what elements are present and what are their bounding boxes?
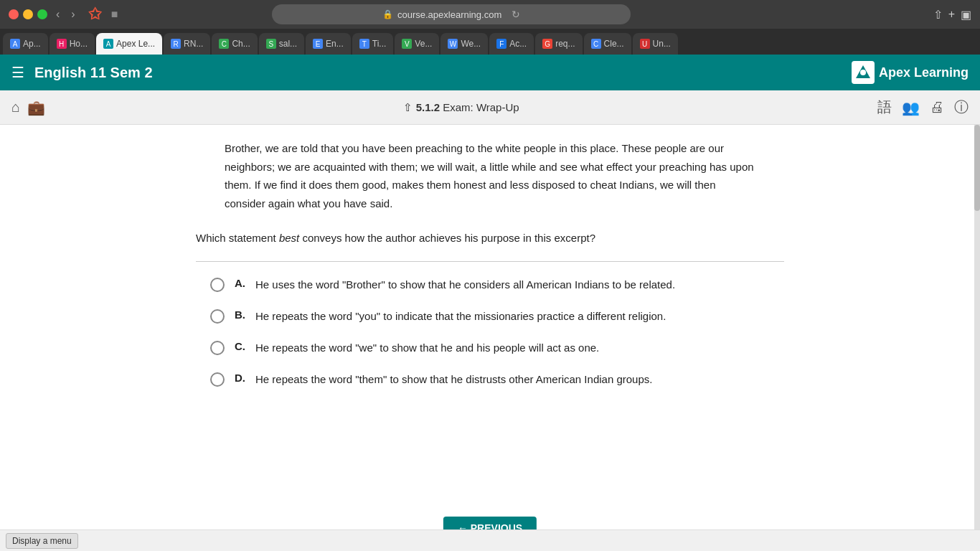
- option-text-b: He repeats the word "you" to indicate th…: [255, 308, 666, 325]
- browser-titlebar: ‹ › ✩ ■ 🔒 course.apexlearning.com ↻ ⇧ + …: [0, 0, 980, 29]
- tab-en[interactable]: E En...: [306, 33, 351, 55]
- tab-icon-un: U: [640, 39, 650, 49]
- option-letter-b: B.: [235, 309, 245, 321]
- app-header: ☰ English 11 Sem 2 Apex Learning: [0, 55, 980, 90]
- maximize-button[interactable]: [37, 9, 47, 19]
- tab-ap[interactable]: A Ap...: [3, 33, 48, 55]
- tab-label-we: We...: [461, 39, 481, 49]
- briefcase-icon[interactable]: 💼: [27, 99, 45, 116]
- minimize-button[interactable]: [23, 9, 33, 19]
- reload-icon[interactable]: ↻: [512, 9, 520, 20]
- help-icon[interactable]: ⓘ: [954, 98, 969, 117]
- option-letter-d: D.: [235, 372, 245, 384]
- radio-c[interactable]: [210, 341, 225, 355]
- menu-icon[interactable]: ☰: [11, 64, 24, 81]
- new-tab-button[interactable]: +: [948, 8, 955, 21]
- tab-icon-ac: F: [496, 39, 507, 49]
- content-area: Brother, we are told that you have been …: [167, 125, 813, 460]
- question-suffix: conveys how the author achieves his purp…: [302, 232, 595, 244]
- sub-header: ⌂ 💼 ⇧ 5.1.2 Exam: Wrap-Up 語 👥 🖨 ⓘ: [0, 90, 980, 125]
- question-prefix: Which statement: [196, 232, 279, 244]
- tab-we[interactable]: W We...: [440, 33, 488, 55]
- answer-option-a[interactable]: A. He uses the word "Brother" to show th…: [210, 276, 784, 293]
- close-button[interactable]: [9, 9, 19, 19]
- tab-ho[interactable]: H Ho...: [50, 33, 95, 55]
- sidebar-button[interactable]: ▣: [961, 8, 971, 22]
- home-icon[interactable]: ⌂: [11, 99, 20, 116]
- tab-label-cle: Cle...: [604, 39, 624, 49]
- scrollbar-track[interactable]: [974, 125, 980, 551]
- svg-point-1: [860, 70, 866, 75]
- lock-icon: 🔒: [382, 9, 393, 19]
- app-title: English 11 Sem 2: [34, 65, 852, 81]
- window-controls: [9, 9, 47, 19]
- url-text: course.apexlearning.com: [397, 9, 501, 20]
- option-text-a: He uses the word "Brother" to show that …: [255, 276, 675, 293]
- tab-label-apex: Apex Le...: [116, 39, 155, 49]
- tab-icon-sal: S: [266, 39, 276, 49]
- scrollbar-thumb[interactable]: [974, 125, 980, 211]
- tab-ve[interactable]: V Ve...: [395, 33, 439, 55]
- tab-icon-ch: C: [219, 39, 229, 49]
- tab-sal[interactable]: S sal...: [259, 33, 304, 55]
- breadcrumb-number: 5.1.2: [416, 101, 440, 113]
- display-menu-button[interactable]: Display a menu: [6, 533, 78, 549]
- back-button[interactable]: ‹: [53, 5, 62, 24]
- tab-icon-apex: A: [103, 39, 113, 49]
- tab-label-un: Un...: [653, 39, 671, 49]
- browser-actions: ⇧ + ▣: [933, 8, 971, 22]
- translate-icon[interactable]: 語: [877, 98, 892, 117]
- tab-ch[interactable]: C Ch...: [212, 33, 257, 55]
- tab-icon-rn: R: [171, 39, 181, 49]
- brave-logo: ✩: [88, 5, 101, 24]
- forward-button[interactable]: ›: [68, 5, 77, 24]
- answer-option-c[interactable]: C. He repeats the word "we" to show that…: [210, 339, 784, 357]
- apex-logo-text: Apex Learning: [879, 65, 969, 80]
- tab-label-ho: Ho...: [70, 39, 88, 49]
- breadcrumb: ⇧ 5.1.2 Exam: Wrap-Up: [45, 101, 877, 114]
- answer-options: A. He uses the word "Brother" to show th…: [196, 276, 784, 388]
- tab-label-ap: Ap...: [23, 39, 41, 49]
- radio-b[interactable]: [210, 309, 225, 324]
- tab-ti[interactable]: T Ti...: [352, 33, 394, 55]
- answer-option-b[interactable]: B. He repeats the word "you" to indicate…: [210, 308, 784, 325]
- passage-text: Brother, we are told that you have been …: [196, 139, 784, 212]
- tab-un[interactable]: U Un...: [633, 33, 678, 55]
- breadcrumb-arrow: ⇧: [403, 101, 415, 113]
- tab-icon-req: G: [542, 39, 552, 49]
- tab-label-rn: RN...: [184, 39, 203, 49]
- tab-label-ch: Ch...: [232, 39, 250, 49]
- question-italic: best: [279, 232, 299, 244]
- address-bar[interactable]: 🔒 course.apexlearning.com ↻: [272, 4, 631, 24]
- profile-icon[interactable]: 👥: [902, 99, 920, 116]
- tab-req[interactable]: G req...: [535, 33, 582, 55]
- tab-icon-ti: T: [359, 39, 369, 49]
- option-text-d: He repeats the word "them" to show that …: [255, 371, 652, 388]
- option-text-c: He repeats the word "we" to show that he…: [255, 339, 599, 357]
- tab-label-en: En...: [326, 39, 344, 49]
- tab-icon-en: E: [313, 39, 323, 49]
- shield-icon: ■: [111, 8, 118, 21]
- tab-ac[interactable]: F Ac...: [489, 33, 534, 55]
- print-icon[interactable]: 🖨: [930, 99, 944, 116]
- answer-option-d[interactable]: D. He repeats the word "them" to show th…: [210, 371, 784, 388]
- option-letter-a: A.: [235, 277, 245, 289]
- breadcrumb-type: Exam:: [443, 101, 476, 113]
- tab-label-ti: Ti...: [372, 39, 387, 49]
- footer-bar: Display a menu: [0, 529, 980, 551]
- apex-logo-icon: [852, 61, 875, 84]
- tab-apex[interactable]: A Apex Le...: [96, 33, 162, 55]
- question-text: Which statement best conveys how the aut…: [196, 230, 784, 247]
- share-button[interactable]: ⇧: [933, 8, 943, 22]
- tab-label-sal: sal...: [279, 39, 297, 49]
- radio-d[interactable]: [210, 372, 225, 387]
- tab-icon-we: W: [448, 39, 458, 49]
- tab-cle[interactable]: C Cle...: [584, 33, 631, 55]
- main-content: Brother, we are told that you have been …: [0, 125, 980, 551]
- radio-a[interactable]: [210, 278, 225, 292]
- tab-icon-cle: C: [591, 39, 601, 49]
- tab-label-req: req...: [555, 39, 575, 49]
- tab-rn[interactable]: R RN...: [164, 33, 210, 55]
- option-letter-c: C.: [235, 340, 245, 352]
- tab-label-ac: Ac...: [509, 39, 527, 49]
